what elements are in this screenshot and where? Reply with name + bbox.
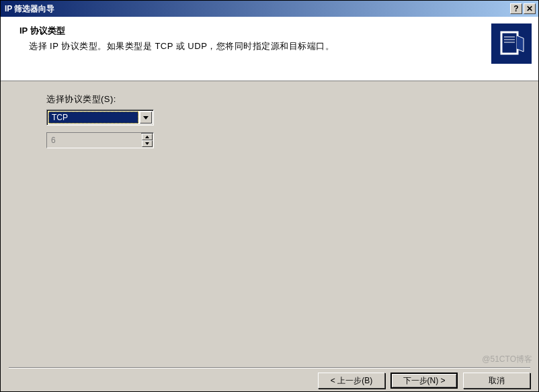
help-icon: ? [513,4,518,13]
close-icon: ✕ [526,4,533,13]
svg-rect-1 [502,33,517,53]
spinner-down-button[interactable] [142,140,153,147]
wizard-footer: < 上一步(B) 下一步(N) > 取消 [1,369,538,391]
titlebar: IP 筛选器向导 ? ✕ [1,1,538,17]
protocol-type-value: TCP [48,111,138,124]
watermark-text: @51CTO博客 [482,354,532,365]
spinner-up-button[interactable] [142,134,153,140]
protocol-type-label: 选择协议类型(S): [46,93,525,105]
window-title: IP 筛选器向导 [5,3,54,15]
wizard-header: IP 协议类型 选择 IP 协议类型。如果类型是 TCP 或 UDP，您将同时指… [1,17,538,81]
page-title: IP 协议类型 [19,25,486,37]
next-button[interactable]: 下一步(N) > [390,373,458,389]
back-button[interactable]: < 上一步(B) [318,373,385,389]
wizard-window: IP 筛选器向导 ? ✕ IP 协议类型 选择 IP 协议类型。如果类型是 TC… [0,0,539,392]
chevron-up-icon [145,136,149,138]
protocol-dropdown-button[interactable] [140,111,152,124]
chevron-down-icon [145,142,149,145]
close-button[interactable]: ✕ [524,3,536,14]
help-button[interactable]: ? [510,3,522,14]
page-subtitle: 选择 IP 协议类型。如果类型是 TCP 或 UDP，您将同时指定源和目标端口。 [19,40,396,54]
protocol-type-select[interactable]: TCP [46,109,154,126]
cancel-button[interactable]: 取消 [463,373,530,389]
protocol-number-value: 6 [47,133,141,148]
chevron-down-icon [143,116,149,119]
wizard-body: 选择协议类型(S): TCP 6 [1,81,538,367]
protocol-number-spinner: 6 [46,132,154,148]
wizard-icon [491,23,532,64]
